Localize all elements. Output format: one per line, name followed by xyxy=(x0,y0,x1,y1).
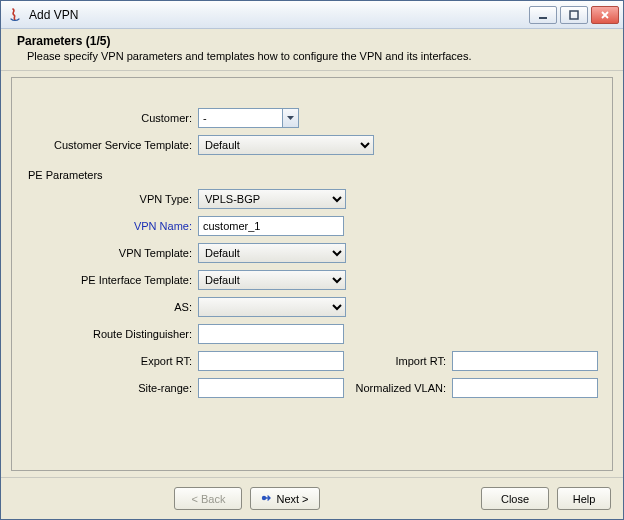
content-area: Customer: Customer Service Template: Def… xyxy=(1,71,623,477)
maximize-button[interactable] xyxy=(560,6,588,24)
import-rt-label: Import RT: xyxy=(344,355,452,367)
export-rt-label: Export RT: xyxy=(26,355,198,367)
pe-if-template-select[interactable]: Default xyxy=(198,270,346,290)
dialog-window: Add VPN Parameters (1/5) Please specify … xyxy=(0,0,624,520)
import-rt-input[interactable] xyxy=(452,351,598,371)
vpn-name-input[interactable] xyxy=(198,216,344,236)
help-button[interactable]: Help xyxy=(557,487,611,510)
minimize-button[interactable] xyxy=(529,6,557,24)
customer-dropdown-button[interactable] xyxy=(282,108,299,128)
pe-parameters-label: PE Parameters xyxy=(26,169,598,181)
norm-vlan-label: Normalized VLAN: xyxy=(344,382,452,394)
next-icon xyxy=(261,493,271,505)
next-button[interactable]: Next > xyxy=(250,487,319,510)
as-label: AS: xyxy=(26,301,198,313)
window-controls xyxy=(529,6,619,24)
wizard-footer: < Back Next > Close Help xyxy=(1,477,623,519)
vpn-type-select[interactable]: VPLS-BGP xyxy=(198,189,346,209)
svg-rect-1 xyxy=(570,11,578,19)
as-select[interactable] xyxy=(198,297,346,317)
vpn-template-label: VPN Template: xyxy=(26,247,198,259)
cst-label: Customer Service Template: xyxy=(26,139,198,151)
next-label: Next > xyxy=(276,493,308,505)
java-app-icon xyxy=(7,7,23,23)
step-title: Parameters (1/5) xyxy=(17,34,613,48)
customer-input[interactable] xyxy=(198,108,282,128)
export-rt-input[interactable] xyxy=(198,351,344,371)
rd-label: Route Distinguisher: xyxy=(26,328,198,340)
pe-if-template-label: PE Interface Template: xyxy=(26,274,198,286)
rd-input[interactable] xyxy=(198,324,344,344)
titlebar: Add VPN xyxy=(1,1,623,29)
vpn-template-select[interactable]: Default xyxy=(198,243,346,263)
customer-label: Customer: xyxy=(26,112,198,124)
cst-select[interactable]: Default xyxy=(198,135,374,155)
form-panel: Customer: Customer Service Template: Def… xyxy=(11,77,613,471)
customer-combobox[interactable] xyxy=(198,108,299,128)
wizard-header: Parameters (1/5) Please specify VPN para… xyxy=(1,29,623,71)
back-button[interactable]: < Back xyxy=(174,487,242,510)
window-title: Add VPN xyxy=(29,8,529,22)
svg-rect-0 xyxy=(539,17,547,19)
vpn-name-label: VPN Name: xyxy=(26,220,198,232)
site-range-label: Site-range: xyxy=(26,382,198,394)
site-range-input[interactable] xyxy=(198,378,344,398)
close-window-button[interactable] xyxy=(591,6,619,24)
step-subtitle: Please specify VPN parameters and templa… xyxy=(17,50,613,62)
vpn-type-label: VPN Type: xyxy=(26,193,198,205)
close-button[interactable]: Close xyxy=(481,487,549,510)
norm-vlan-input[interactable] xyxy=(452,378,598,398)
